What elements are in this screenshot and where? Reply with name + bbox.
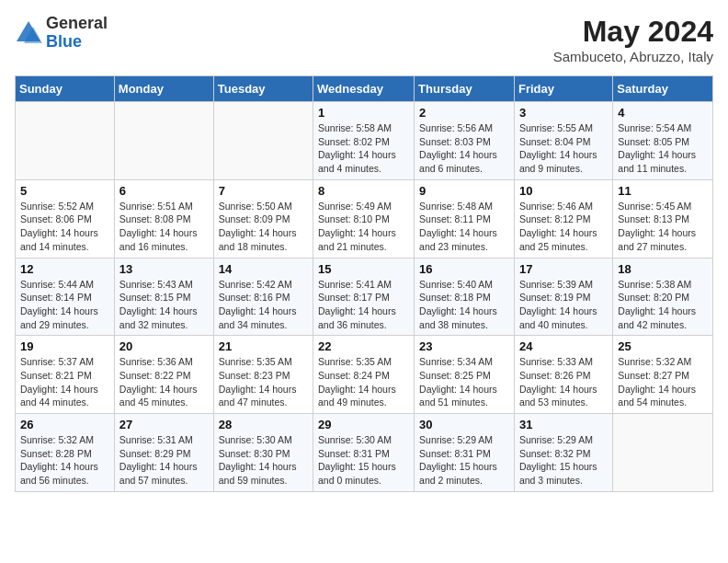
day-number: 10 xyxy=(519,184,608,198)
page-header: General Blue May 2024 Sambuceto, Abruzzo… xyxy=(15,15,713,64)
day-info: Sunrise: 5:55 AM Sunset: 8:04 PM Dayligh… xyxy=(519,121,608,176)
calendar-cell: 23Sunrise: 5:34 AM Sunset: 8:25 PM Dayli… xyxy=(415,336,515,414)
day-info: Sunrise: 5:42 AM Sunset: 8:16 PM Dayligh… xyxy=(219,278,308,332)
day-number: 30 xyxy=(419,418,509,431)
day-info: Sunrise: 5:31 AM Sunset: 8:29 PM Dayligh… xyxy=(119,433,209,488)
calendar-week-row: 1Sunrise: 5:58 AM Sunset: 8:02 PM Daylig… xyxy=(16,102,713,180)
day-number: 11 xyxy=(618,184,708,198)
day-info: Sunrise: 5:38 AM Sunset: 8:20 PM Dayligh… xyxy=(618,278,708,332)
day-number: 7 xyxy=(219,184,308,198)
calendar-week-row: 12Sunrise: 5:44 AM Sunset: 8:14 PM Dayli… xyxy=(16,258,713,336)
day-number: 15 xyxy=(318,262,409,276)
calendar-cell: 16Sunrise: 5:40 AM Sunset: 8:18 PM Dayli… xyxy=(415,258,515,336)
day-info: Sunrise: 5:51 AM Sunset: 8:08 PM Dayligh… xyxy=(119,200,209,254)
title-block: May 2024 Sambuceto, Abruzzo, Italy xyxy=(553,15,713,64)
day-info: Sunrise: 5:43 AM Sunset: 8:15 PM Dayligh… xyxy=(119,278,209,332)
calendar-cell: 1Sunrise: 5:58 AM Sunset: 8:02 PM Daylig… xyxy=(313,102,415,180)
calendar-cell: 3Sunrise: 5:55 AM Sunset: 8:04 PM Daylig… xyxy=(514,102,612,180)
day-info: Sunrise: 5:49 AM Sunset: 8:10 PM Dayligh… xyxy=(318,200,409,254)
day-info: Sunrise: 5:29 AM Sunset: 8:31 PM Dayligh… xyxy=(419,433,509,488)
day-info: Sunrise: 5:56 AM Sunset: 8:03 PM Dayligh… xyxy=(419,121,509,176)
day-number: 22 xyxy=(318,339,409,353)
day-number: 31 xyxy=(519,418,608,431)
day-number: 3 xyxy=(519,106,608,120)
day-number: 5 xyxy=(20,184,109,198)
calendar-header-sunday: Sunday xyxy=(16,76,115,102)
day-number: 14 xyxy=(219,262,308,276)
calendar-cell: 29Sunrise: 5:30 AM Sunset: 8:31 PM Dayli… xyxy=(313,414,415,492)
calendar-cell xyxy=(613,414,713,492)
day-info: Sunrise: 5:54 AM Sunset: 8:05 PM Dayligh… xyxy=(618,121,708,176)
day-info: Sunrise: 5:52 AM Sunset: 8:06 PM Dayligh… xyxy=(20,200,109,254)
day-number: 8 xyxy=(318,184,409,198)
day-number: 25 xyxy=(618,339,708,353)
calendar-cell: 28Sunrise: 5:30 AM Sunset: 8:30 PM Dayli… xyxy=(213,414,313,492)
day-number: 6 xyxy=(119,184,209,198)
calendar-cell: 19Sunrise: 5:37 AM Sunset: 8:21 PM Dayli… xyxy=(16,336,115,414)
day-number: 23 xyxy=(419,339,509,353)
calendar-table: SundayMondayTuesdayWednesdayThursdayFrid… xyxy=(15,75,713,492)
day-number: 19 xyxy=(20,339,109,353)
day-number: 24 xyxy=(519,339,608,353)
day-info: Sunrise: 5:29 AM Sunset: 8:32 PM Dayligh… xyxy=(519,433,608,488)
day-info: Sunrise: 5:34 AM Sunset: 8:25 PM Dayligh… xyxy=(419,355,509,409)
logo-blue-text: Blue xyxy=(46,33,108,52)
day-info: Sunrise: 5:48 AM Sunset: 8:11 PM Dayligh… xyxy=(419,200,509,254)
day-info: Sunrise: 5:30 AM Sunset: 8:30 PM Dayligh… xyxy=(219,433,308,488)
day-number: 28 xyxy=(219,418,308,431)
calendar-cell: 5Sunrise: 5:52 AM Sunset: 8:06 PM Daylig… xyxy=(16,179,115,258)
calendar-cell xyxy=(114,102,213,180)
day-number: 16 xyxy=(419,262,509,276)
calendar-cell: 18Sunrise: 5:38 AM Sunset: 8:20 PM Dayli… xyxy=(613,258,713,336)
calendar-cell: 20Sunrise: 5:36 AM Sunset: 8:22 PM Dayli… xyxy=(114,336,213,414)
day-number: 17 xyxy=(519,262,608,276)
day-info: Sunrise: 5:32 AM Sunset: 8:27 PM Dayligh… xyxy=(618,355,708,409)
calendar-header-saturday: Saturday xyxy=(613,76,713,102)
calendar-cell: 6Sunrise: 5:51 AM Sunset: 8:08 PM Daylig… xyxy=(114,179,213,258)
location-subtitle: Sambuceto, Abruzzo, Italy xyxy=(553,49,713,64)
calendar-week-row: 19Sunrise: 5:37 AM Sunset: 8:21 PM Dayli… xyxy=(16,336,713,414)
calendar-cell: 21Sunrise: 5:35 AM Sunset: 8:23 PM Dayli… xyxy=(213,336,313,414)
calendar-header-row: SundayMondayTuesdayWednesdayThursdayFrid… xyxy=(16,76,713,102)
day-number: 12 xyxy=(20,262,109,276)
day-number: 27 xyxy=(119,418,209,431)
day-number: 1 xyxy=(318,106,409,120)
day-number: 20 xyxy=(119,339,209,353)
day-info: Sunrise: 5:35 AM Sunset: 8:23 PM Dayligh… xyxy=(219,355,308,409)
calendar-cell: 10Sunrise: 5:46 AM Sunset: 8:12 PM Dayli… xyxy=(514,179,612,258)
calendar-cell: 26Sunrise: 5:32 AM Sunset: 8:28 PM Dayli… xyxy=(16,414,115,492)
calendar-header-tuesday: Tuesday xyxy=(213,76,313,102)
day-number: 2 xyxy=(419,106,509,120)
calendar-cell: 7Sunrise: 5:50 AM Sunset: 8:09 PM Daylig… xyxy=(213,179,313,258)
logo-icon xyxy=(15,19,42,47)
calendar-cell: 27Sunrise: 5:31 AM Sunset: 8:29 PM Dayli… xyxy=(114,414,213,492)
calendar-cell: 31Sunrise: 5:29 AM Sunset: 8:32 PM Dayli… xyxy=(514,414,612,492)
day-info: Sunrise: 5:36 AM Sunset: 8:22 PM Dayligh… xyxy=(119,355,209,409)
calendar-cell: 14Sunrise: 5:42 AM Sunset: 8:16 PM Dayli… xyxy=(213,258,313,336)
calendar-cell: 17Sunrise: 5:39 AM Sunset: 8:19 PM Dayli… xyxy=(514,258,612,336)
calendar-cell: 8Sunrise: 5:49 AM Sunset: 8:10 PM Daylig… xyxy=(313,179,415,258)
calendar-cell: 13Sunrise: 5:43 AM Sunset: 8:15 PM Dayli… xyxy=(114,258,213,336)
calendar-cell: 4Sunrise: 5:54 AM Sunset: 8:05 PM Daylig… xyxy=(613,102,713,180)
day-number: 26 xyxy=(20,418,109,431)
day-number: 9 xyxy=(419,184,509,198)
day-number: 13 xyxy=(119,262,209,276)
day-info: Sunrise: 5:39 AM Sunset: 8:19 PM Dayligh… xyxy=(519,278,608,332)
day-info: Sunrise: 5:45 AM Sunset: 8:13 PM Dayligh… xyxy=(618,200,708,254)
calendar-cell: 11Sunrise: 5:45 AM Sunset: 8:13 PM Dayli… xyxy=(613,179,713,258)
calendar-header-friday: Friday xyxy=(514,76,612,102)
day-number: 18 xyxy=(618,262,708,276)
day-number: 29 xyxy=(318,418,409,431)
day-info: Sunrise: 5:33 AM Sunset: 8:26 PM Dayligh… xyxy=(519,355,608,409)
day-info: Sunrise: 5:41 AM Sunset: 8:17 PM Dayligh… xyxy=(318,278,409,332)
calendar-cell: 22Sunrise: 5:35 AM Sunset: 8:24 PM Dayli… xyxy=(313,336,415,414)
logo-general-text: General xyxy=(46,15,108,33)
day-info: Sunrise: 5:44 AM Sunset: 8:14 PM Dayligh… xyxy=(20,278,109,332)
day-info: Sunrise: 5:40 AM Sunset: 8:18 PM Dayligh… xyxy=(419,278,509,332)
calendar-cell: 9Sunrise: 5:48 AM Sunset: 8:11 PM Daylig… xyxy=(415,179,515,258)
calendar-header-monday: Monday xyxy=(114,76,213,102)
day-info: Sunrise: 5:30 AM Sunset: 8:31 PM Dayligh… xyxy=(318,433,409,488)
calendar-cell: 2Sunrise: 5:56 AM Sunset: 8:03 PM Daylig… xyxy=(415,102,515,180)
calendar-header-wednesday: Wednesday xyxy=(313,76,415,102)
logo: General Blue xyxy=(15,15,108,52)
